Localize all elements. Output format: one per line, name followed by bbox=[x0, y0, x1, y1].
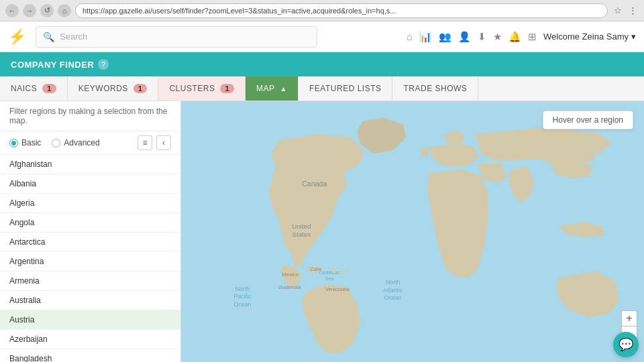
browser-bar: ← → ↺ ⌂ https://app.gazelle.ai/users/sel… bbox=[0, 0, 644, 21]
list-item-austria[interactable]: Austria bbox=[0, 310, 180, 330]
download-icon[interactable]: ⬇ bbox=[478, 31, 486, 43]
home-nav-icon[interactable]: ⌂ bbox=[407, 31, 413, 42]
list-item[interactable]: Bangladesh bbox=[0, 349, 180, 362]
list-item[interactable]: Armenia bbox=[0, 272, 180, 291]
radio-advanced[interactable]: Advanced bbox=[52, 138, 99, 147]
search-icon: 🔍 bbox=[43, 32, 54, 42]
forward-button[interactable]: → bbox=[23, 4, 36, 17]
tab-keywords-badge: 1 bbox=[133, 84, 148, 93]
finder-title: COMPANY FINDER bbox=[11, 60, 94, 70]
hover-tooltip-text: Hover over a region bbox=[553, 115, 623, 125]
welcome-menu[interactable]: Welcome Zeina Samy ▾ bbox=[543, 32, 636, 42]
tab-map-label: MAP bbox=[256, 84, 275, 93]
star-icon[interactable]: ☆ bbox=[612, 5, 624, 17]
finder-banner: COMPANY FINDER ? bbox=[0, 52, 644, 76]
list-item[interactable]: Antarctica bbox=[0, 233, 180, 252]
tab-naics-badge: 1 bbox=[42, 84, 56, 93]
tab-naics-label: NAICS bbox=[11, 84, 37, 93]
map-hover-tooltip: Hover over a region bbox=[543, 111, 633, 129]
chevron-down-icon: ▾ bbox=[631, 32, 636, 42]
list-item[interactable]: Afghanistan bbox=[0, 155, 180, 174]
list-item[interactable]: Angola bbox=[0, 213, 180, 233]
app-logo: ⚡ bbox=[8, 28, 26, 46]
app-header: ⚡ 🔍 Search ⌂ 📊 👥 👤 ⬇ ★ 🔔 ⊞ Welcome Zeina… bbox=[0, 21, 644, 52]
world-map-svg: Canada United States Mexico Cuba Caribbe… bbox=[181, 101, 644, 362]
tab-clusters[interactable]: CLUSTERS 1 bbox=[158, 76, 246, 101]
url-bar[interactable]: https://app.gazelle.ai/users/self/finder… bbox=[75, 3, 608, 18]
svg-text:Venezuela: Venezuela bbox=[325, 286, 350, 292]
list-item[interactable]: Argentina bbox=[0, 252, 180, 272]
svg-text:United: United bbox=[292, 223, 311, 230]
bell-icon[interactable]: 🔔 bbox=[508, 31, 521, 43]
user-icon[interactable]: 👤 bbox=[458, 31, 471, 43]
search-bar[interactable]: 🔍 Search bbox=[36, 26, 317, 48]
left-panel: Filter regions by making a selection fro… bbox=[0, 101, 181, 362]
svg-text:North: North bbox=[235, 286, 250, 292]
svg-point-16 bbox=[346, 270, 349, 273]
svg-text:North: North bbox=[386, 279, 400, 286]
radio-basic-label: Basic bbox=[21, 138, 41, 147]
menu-icon[interactable]: ⋮ bbox=[627, 5, 639, 17]
list-item[interactable]: Australia bbox=[0, 291, 180, 310]
star2-icon[interactable]: ★ bbox=[493, 31, 502, 43]
back-button[interactable]: ← bbox=[5, 4, 19, 17]
radio-controls: ≡ ‹ bbox=[138, 135, 171, 150]
svg-text:Atlantic: Atlantic bbox=[383, 287, 402, 294]
sort-button[interactable]: ≡ bbox=[138, 135, 152, 150]
tab-clusters-label: CLUSTERS bbox=[169, 84, 215, 93]
radio-advanced-label: Advanced bbox=[64, 138, 99, 147]
collapse-button[interactable]: ‹ bbox=[156, 135, 171, 150]
svg-text:Ocean: Ocean bbox=[384, 294, 402, 301]
url-text: https://app.gazelle.ai/users/self/finder… bbox=[83, 7, 396, 15]
country-list[interactable]: Afghanistan Albania Algeria Angola Antar… bbox=[0, 155, 180, 362]
grid-icon[interactable]: ⊞ bbox=[528, 31, 537, 43]
tab-featured-label: FEATURED LISTS bbox=[309, 84, 381, 93]
radio-advanced-circle bbox=[52, 139, 60, 147]
radio-basic[interactable]: Basic bbox=[9, 138, 41, 147]
zoom-in-button[interactable]: + bbox=[621, 310, 637, 326]
svg-point-14 bbox=[332, 269, 336, 274]
people-icon[interactable]: 👥 bbox=[439, 31, 451, 43]
list-item[interactable]: Albania bbox=[0, 174, 180, 194]
chat-button[interactable]: 💬 bbox=[613, 332, 639, 357]
main-content: Filter regions by making a selection fro… bbox=[0, 101, 644, 362]
svg-text:Pacific: Pacific bbox=[234, 293, 252, 300]
map-chevron-icon: ▲ bbox=[280, 85, 287, 93]
tab-map[interactable]: MAP ▲ bbox=[246, 76, 299, 101]
svg-text:Ocean: Ocean bbox=[234, 301, 252, 308]
tab-trade[interactable]: TRADE SHOWS bbox=[392, 76, 478, 101]
svg-text:Mexico: Mexico bbox=[282, 272, 299, 278]
tab-clusters-badge: 1 bbox=[220, 84, 234, 93]
svg-point-15 bbox=[339, 272, 342, 274]
home-button[interactable]: ⌂ bbox=[58, 4, 71, 17]
tab-trade-label: TRADE SHOWS bbox=[403, 84, 467, 93]
search-placeholder: Search bbox=[60, 32, 87, 42]
tab-featured[interactable]: FEATURED LISTS bbox=[299, 76, 392, 101]
list-item[interactable]: Algeria bbox=[0, 194, 180, 213]
list-item[interactable]: Azerbaijan bbox=[0, 330, 180, 349]
tab-keywords[interactable]: KEYWORDS 1 bbox=[68, 76, 159, 101]
chat-icon: 💬 bbox=[619, 337, 633, 352]
svg-text:Guatemala: Guatemala bbox=[278, 285, 301, 290]
header-icons: ⌂ 📊 👥 👤 ⬇ ★ 🔔 ⊞ Welcome Zeina Samy ▾ bbox=[407, 31, 636, 43]
finder-help-icon[interactable]: ? bbox=[98, 59, 109, 70]
canada-label: Canada bbox=[302, 180, 327, 188]
refresh-button[interactable]: ↺ bbox=[40, 4, 54, 17]
filter-tabs: NAICS 1 KEYWORDS 1 CLUSTERS 1 MAP ▲ FEAT… bbox=[0, 76, 644, 101]
tab-naics[interactable]: NAICS 1 bbox=[0, 76, 68, 101]
filter-hint: Filter regions by making a selection fro… bbox=[0, 101, 180, 131]
chart-icon[interactable]: 📊 bbox=[419, 31, 432, 43]
svg-text:Sea: Sea bbox=[325, 276, 333, 281]
svg-text:States: States bbox=[292, 231, 311, 238]
welcome-label: Welcome Zeina Samy bbox=[543, 32, 629, 42]
tab-keywords-label: KEYWORDS bbox=[78, 84, 128, 93]
radio-row: Basic Advanced ≡ ‹ bbox=[0, 131, 180, 155]
browser-action-icons: ☆ ⋮ bbox=[612, 5, 639, 17]
svg-text:Caribbean: Caribbean bbox=[319, 270, 340, 275]
radio-basic-circle bbox=[9, 139, 18, 147]
map-area[interactable]: Canada United States Mexico Cuba Caribbe… bbox=[181, 101, 644, 362]
